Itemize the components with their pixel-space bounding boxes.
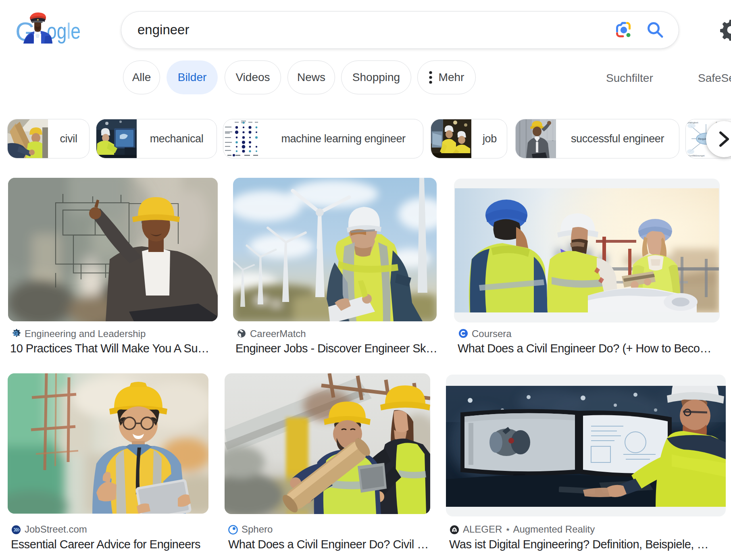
svg-text:gsfähigkeit: gsfähigkeit: [687, 121, 698, 124]
svg-text:Konfliklösungst: Konfliklösungst: [688, 154, 705, 157]
